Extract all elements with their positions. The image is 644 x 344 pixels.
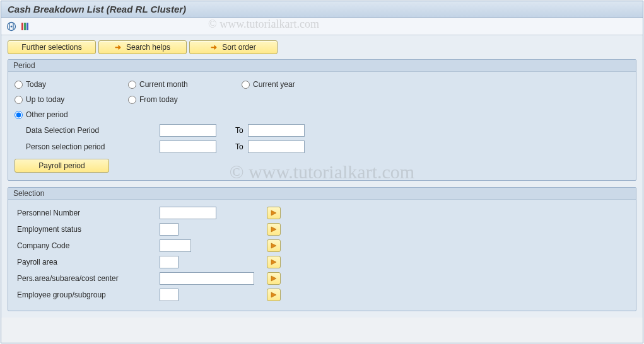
multiple-selection-button[interactable] [267,223,281,236]
multiple-selection-button[interactable] [267,207,281,219]
title-bar: Cash Breakdown List (Read RL Cluster) [1,1,643,18]
app-frame: Cash Breakdown List (Read RL Cluster) Fu… [1,1,643,343]
page-title: Cash Breakdown List (Read RL Cluster) [8,4,186,14]
selection-row: Payroll area [15,254,629,270]
selection-row-label: Payroll area [15,258,160,267]
data-selection-from-input[interactable] [160,124,216,137]
payroll-period-button[interactable]: Payroll period [15,159,109,173]
radio-from-today-label: From today [139,95,178,104]
person-selection-from-input[interactable] [160,140,216,153]
person-selection-to-input[interactable] [248,140,305,153]
radio-today-label: Today [26,80,46,89]
multiple-selection-button[interactable] [267,289,281,301]
radio-up-to-today[interactable]: Up to today [15,95,122,104]
radio-current-year-input[interactable] [242,81,250,89]
data-selection-label: Data Selection Period [15,126,160,135]
further-selections-label: Further selections [21,43,81,52]
multiple-selection-button[interactable] [267,272,281,285]
period-radio-row-1: Today Current month Current year [15,77,629,92]
to-label-2: To [216,142,248,151]
radio-current-month-label: Current month [139,80,188,89]
svg-rect-2 [21,23,23,30]
selection-row-input[interactable] [160,256,179,268]
multiple-selection-button[interactable] [267,239,281,252]
svg-rect-4 [26,23,28,30]
selection-row-label: Employee group/subgroup [15,290,160,299]
further-selections-button[interactable]: Further selections [8,40,96,54]
search-helps-label: Search helps [126,43,170,52]
selection-group: Selection Personnel NumberEmployment sta… [8,187,636,311]
radio-other-period-input[interactable] [15,111,23,119]
period-radio-row-3: Other period [15,107,629,122]
multiple-selection-button[interactable] [267,256,281,268]
selection-row-input[interactable] [160,239,191,252]
selection-legend: Selection [8,188,636,200]
radio-other-period-label: Other period [26,110,68,119]
to-label-1: To [216,126,248,135]
selection-body: Personnel NumberEmployment statusCompany… [8,200,636,311]
radio-other-period[interactable]: Other period [15,110,122,119]
sort-order-button[interactable]: ➜ Sort order [189,40,278,54]
period-legend: Period [8,60,636,72]
selection-row-label: Company Code [15,241,160,250]
selection-row: Pers.area/subarea/cost center [15,270,629,287]
data-selection-to-input[interactable] [248,124,305,137]
radio-current-month[interactable]: Current month [128,80,235,89]
data-selection-row: Data Selection Period To [15,122,629,139]
radio-current-month-input[interactable] [128,81,136,89]
period-group: Period Today Current month Current year [8,59,636,181]
content-area: Further selections ➜ Search helps ➜ Sort… [1,35,643,318]
person-selection-row: Person selection period To [15,139,629,155]
person-selection-label: Person selection period [15,142,160,151]
selection-row: Employment status [15,221,629,238]
selection-row-input[interactable] [160,223,179,236]
selection-row: Company Code [15,238,629,254]
radio-up-to-today-label: Up to today [26,95,64,104]
radio-from-today[interactable]: From today [128,95,235,104]
arrow-right-icon: ➜ [211,43,217,52]
arrow-right-icon: ➜ [115,43,121,52]
payroll-period-label: Payroll period [38,161,85,170]
selection-row: Personnel Number [15,205,629,221]
period-body: Today Current month Current year Up to t [8,72,636,180]
radio-current-year[interactable]: Current year [242,80,349,89]
selection-row-input[interactable] [160,207,216,219]
radio-from-today-input[interactable] [128,96,136,104]
app-toolbar [1,18,643,35]
radio-up-to-today-input[interactable] [15,96,23,104]
svg-point-1 [11,25,13,27]
variant-icon[interactable] [20,21,30,32]
selection-row-label: Employment status [15,225,160,234]
selection-row-input[interactable] [160,272,254,285]
execute-icon[interactable] [6,21,16,32]
svg-rect-3 [24,23,26,30]
selection-row-label: Pers.area/subarea/cost center [15,274,160,283]
radio-today[interactable]: Today [15,80,122,89]
period-radio-row-2: Up to today From today [15,92,629,107]
top-button-row: Further selections ➜ Search helps ➜ Sort… [8,40,636,54]
sort-order-label: Sort order [222,43,255,52]
radio-today-input[interactable] [15,81,23,89]
selection-row-input[interactable] [160,289,179,301]
radio-current-year-label: Current year [253,80,295,89]
selection-row-label: Personnel Number [15,209,160,217]
search-helps-button[interactable]: ➜ Search helps [98,40,187,54]
selection-row: Employee group/subgroup [15,287,629,303]
